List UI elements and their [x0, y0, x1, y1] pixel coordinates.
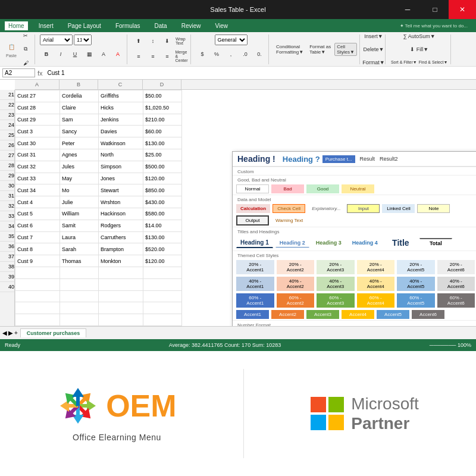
col-header-c[interactable]: C: [98, 80, 143, 89]
style-heading3[interactable]: Heading 3: [312, 238, 346, 248]
style-20-accent2[interactable]: 20% - Accent2: [277, 260, 315, 274]
style-heading1[interactable]: Heading 1: [236, 237, 273, 248]
style-40-accent1[interactable]: 40% - Accent1: [236, 277, 274, 291]
table-row[interactable]: Cust 33MayJones$120.00: [15, 173, 182, 184]
percent-button[interactable]: %: [210, 48, 223, 61]
style-40-accent6[interactable]: 40% - Accent6: [437, 277, 475, 291]
table-row[interactable]: Cust 7LauraCarruthers$130.00: [15, 231, 182, 243]
style-accent2[interactable]: Accent2: [271, 310, 304, 319]
font-family-select[interactable]: Arial: [40, 35, 73, 45]
format-as-table-button[interactable]: Format asTable▼: [307, 43, 333, 56]
tab-insert[interactable]: Insert: [35, 21, 57, 30]
align-right-button[interactable]: ≡: [161, 50, 174, 63]
sheet-tab-customer-purchases[interactable]: Customer purchases: [20, 328, 87, 337]
formula-input[interactable]: [45, 69, 474, 77]
currency-button[interactable]: $: [196, 48, 209, 61]
cell-styles-button[interactable]: CellStyles▼: [334, 43, 357, 56]
format-painter-button[interactable]: 🖌: [19, 57, 32, 67]
style-60-accent2[interactable]: 60% - Accent2: [277, 293, 315, 308]
style-60-accent6[interactable]: 60% - Accent6: [437, 293, 475, 308]
sort-filter-button[interactable]: Sort & Filter▼: [390, 56, 418, 67]
purchase-button[interactable]: Purchase t...: [322, 155, 355, 163]
autosum-button[interactable]: ∑ AutoSum▼: [390, 32, 448, 43]
number-format-select[interactable]: General: [215, 35, 248, 45]
table-row[interactable]: Cust 34MoStewart$850.00: [15, 184, 182, 196]
style-20-accent4[interactable]: 20% - Accent4: [357, 260, 395, 274]
style-60-accent3[interactable]: 60% - Accent3: [317, 293, 355, 308]
bold-button[interactable]: B: [40, 48, 53, 61]
tab-page-layout[interactable]: Page Layout: [64, 21, 105, 30]
style-warning[interactable]: Warning Text: [271, 216, 307, 225]
fill-button[interactable]: ⬇ Fill▼: [390, 43, 448, 56]
copy-button[interactable]: ⧉: [19, 43, 32, 56]
style-20-accent1[interactable]: 20% - Accent1: [236, 260, 274, 274]
cell-styles-dropdown[interactable]: Heading ! Heading ? Purchase t... Result…: [232, 151, 476, 326]
style-20-accent3[interactable]: 20% - Accent3: [317, 260, 355, 274]
tab-data[interactable]: Data: [151, 21, 171, 30]
comma-button[interactable]: ,: [224, 48, 237, 61]
style-40-accent5[interactable]: 40% - Accent5: [397, 277, 435, 291]
align-middle-button[interactable]: ↕: [146, 35, 159, 48]
decrease-decimal-button[interactable]: 0.: [253, 48, 266, 61]
style-good[interactable]: Good: [306, 184, 339, 193]
italic-button[interactable]: I: [54, 48, 67, 61]
tab-view[interactable]: View: [211, 21, 231, 30]
cell-reference-input[interactable]: [2, 68, 35, 77]
style-40-accent3[interactable]: 40% - Accent3: [317, 277, 355, 291]
style-heading2[interactable]: Heading 2: [275, 238, 309, 248]
style-20-accent6[interactable]: 20% - Accent6: [437, 260, 475, 274]
table-row[interactable]: Cust 5WilliamHackinson$580.00: [15, 208, 182, 220]
wrap-text-button[interactable]: Wrap Text: [175, 35, 188, 48]
maximize-button[interactable]: □: [421, 0, 449, 19]
minimize-button[interactable]: ─: [394, 0, 421, 19]
style-title[interactable]: Title: [384, 236, 417, 249]
border-button[interactable]: ▦: [83, 48, 96, 61]
style-check-cell[interactable]: Check Cell: [273, 204, 305, 213]
scroll-sheets-left[interactable]: ◀: [2, 330, 7, 336]
style-explanatory[interactable]: Explanatory...: [308, 204, 345, 213]
style-accent5[interactable]: Accent5: [377, 310, 409, 319]
style-linked-cell[interactable]: Linked Cell: [382, 204, 415, 213]
table-row[interactable]: Cust 6SamitRodgers$14.00: [15, 220, 182, 231]
cut-button[interactable]: ✂: [19, 32, 32, 42]
col-header-d[interactable]: D: [143, 80, 181, 89]
style-accent6[interactable]: Accent6: [412, 310, 444, 319]
insert-button[interactable]: Insert▼: [365, 32, 383, 43]
col-header-b[interactable]: B: [60, 80, 98, 89]
table-row[interactable]: Cust 27CordeliaGriffiths$50.00: [15, 90, 182, 102]
tab-home[interactable]: Home: [5, 21, 28, 30]
align-center-button[interactable]: ≡: [146, 50, 159, 63]
style-accent1[interactable]: Accent1: [236, 310, 269, 319]
style-note[interactable]: Note: [417, 204, 450, 213]
increase-decimal-button[interactable]: .0: [239, 48, 252, 61]
paste-button[interactable]: 📋: [5, 40, 18, 54]
table-row[interactable]: Cust 32JulesSimpson$500.00: [15, 161, 182, 173]
style-40-accent2[interactable]: 40% - Accent2: [277, 277, 315, 291]
scroll-sheets-right[interactable]: ▶: [8, 330, 13, 336]
style-60-accent4[interactable]: 60% - Accent4: [357, 293, 395, 308]
style-total[interactable]: Total: [419, 238, 452, 248]
close-button[interactable]: ✕: [449, 0, 476, 19]
table-row[interactable]: Cust 29SamJenkins$210.00: [15, 114, 182, 126]
font-size-select[interactable]: 11: [74, 35, 92, 45]
style-normal[interactable]: Normal: [236, 184, 269, 193]
style-accent3[interactable]: Accent3: [306, 310, 339, 319]
delete-button[interactable]: Delete▼: [365, 43, 383, 56]
find-select-button[interactable]: Find & Select▼: [418, 56, 449, 67]
table-row[interactable]: Cust 9ThomasMonkton$120.00: [15, 255, 182, 267]
table-row[interactable]: Cust 4JulieWrshton$430.00: [15, 196, 182, 208]
tab-review[interactable]: Review: [178, 21, 205, 30]
format-button[interactable]: Format▼: [365, 56, 383, 67]
font-color-button[interactable]: A: [111, 48, 124, 61]
table-row[interactable]: Cust 31AgnesNorth$25.00: [15, 149, 182, 161]
align-left-button[interactable]: ≡: [132, 50, 145, 63]
style-calculation[interactable]: Calculation: [236, 204, 270, 213]
merge-center-button[interactable]: Merge & Center: [175, 50, 188, 63]
conditional-format-button[interactable]: ConditionalFormatting▼: [274, 43, 306, 56]
table-row[interactable]: Cust 28ClaireHicks$1,020.50: [15, 102, 182, 114]
style-accent4[interactable]: Accent4: [342, 310, 374, 319]
style-20-accent5[interactable]: 20% - Accent5: [397, 260, 435, 274]
align-top-button[interactable]: ⬆: [132, 35, 145, 48]
style-bad[interactable]: Bad: [271, 184, 304, 193]
table-row[interactable]: Cust 3SancyDavies$60.00: [15, 126, 182, 137]
